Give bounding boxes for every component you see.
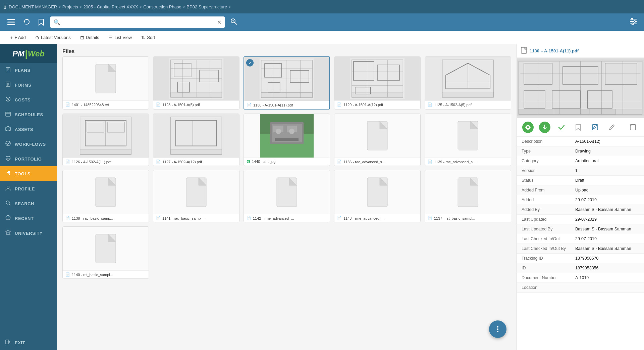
breadcrumb-projects[interactable]: Projects — [62, 4, 78, 9]
file-card[interactable]: 📄 1143 - rme_advanced_... — [334, 170, 421, 222]
svg-point-13 — [632, 23, 634, 25]
file-type-icon: 📄 — [65, 160, 70, 164]
expand-action-icon[interactable] — [627, 122, 639, 133]
file-card[interactable]: 📄 1129 - A-1501-A(12).pdf — [334, 56, 421, 110]
list-view-button[interactable]: ☰ List View — [104, 31, 137, 44]
breadcrumb: DOCUMENT MANAGER > Projects > 2005 - Cap… — [9, 4, 231, 9]
toolbar: 🔍 ✕ — [0, 13, 644, 31]
plus-icon: + — [10, 35, 13, 40]
top-bar: ℹ DOCUMENT MANAGER > Projects > 2005 - C… — [0, 0, 644, 13]
add-button[interactable]: + + Add — [5, 31, 31, 44]
svg-rect-155 — [630, 125, 636, 130]
search-input[interactable] — [62, 19, 217, 25]
file-thumbnail — [63, 57, 149, 100]
properties-table: Description A-1501-A(12) Type Drawing Ca… — [517, 137, 644, 350]
svg-rect-149 — [554, 109, 589, 115]
file-card-selected[interactable]: ✓ — [244, 56, 330, 110]
sidebar-item-workflows[interactable]: WORKFLOWS — [0, 137, 57, 151]
breadcrumb-bp[interactable]: BP02 Superstructure — [186, 4, 227, 9]
file-card[interactable]: 📄 1137 - rst_basic_sampl... — [425, 170, 511, 222]
svg-rect-89 — [442, 92, 494, 97]
breadcrumb-phase[interactable]: Construction Phase — [143, 4, 181, 9]
file-footer: 📄 1401 - 1485220348.rvt — [63, 100, 149, 108]
prop-type: Type Drawing — [517, 146, 644, 156]
file-footer: 📄 1139 - rac_advanced_s... — [425, 158, 511, 166]
svg-rect-114 — [458, 121, 478, 150]
file-type-icon: 📄 — [337, 102, 342, 107]
file-footer: 📄 1143 - rme_advanced_... — [334, 214, 420, 222]
sidebar-item-university[interactable]: UNIVERSITY — [0, 226, 57, 240]
breadcrumb-project-name[interactable]: 2005 - Capital Project XXXX — [83, 4, 138, 9]
prop-description: Description A-1501-A(12) — [517, 137, 644, 146]
sidebar-item-exit[interactable]: EXIT — [0, 335, 57, 350]
pencil-action-icon[interactable] — [606, 122, 618, 133]
file-card[interactable]: 📄 1142 - rme_advanced_... — [244, 170, 330, 222]
file-card[interactable]: 📄 1401 - 1485220348.rvt — [62, 56, 149, 110]
prop-last-updated-by: Last Updated By Bassam.S - Bassam Samman — [517, 224, 644, 234]
svg-line-5 — [235, 22, 237, 25]
undo-icon[interactable] — [21, 17, 32, 27]
file-footer: 📄 1140 - rst_basic_sampl... — [63, 270, 149, 278]
svg-rect-116 — [96, 178, 116, 207]
view-action-icon[interactable] — [522, 122, 534, 133]
file-card[interactable]: 📄 1128 - A-1501-A(5).pdf — [153, 56, 239, 110]
prop-category: Category Architectural — [517, 156, 644, 166]
zoom-icon[interactable] — [229, 16, 239, 28]
file-footer: 📄 1141 - rac_basic_sampl... — [153, 214, 239, 222]
file-card[interactable]: 📄 1139 - rac_advanced_s... — [425, 114, 511, 166]
search-nav-icon — [5, 200, 11, 207]
breadcrumb-doc-manager[interactable]: DOCUMENT MANAGER — [9, 4, 57, 9]
file-card[interactable]: 📄 1141 - rac_basic_sampl... — [153, 170, 239, 222]
approve-action-icon[interactable] — [556, 122, 567, 133]
file-thumbnail — [153, 170, 239, 214]
file-name: 1128 - A-1501-A(5).pdf — [162, 103, 200, 107]
sidebar-item-search[interactable]: SEARCH — [0, 196, 57, 211]
edit-action-icon[interactable] — [589, 122, 601, 133]
sidebar-item-tools[interactable]: TOOLS — [0, 166, 57, 181]
file-card[interactable]: 📄 1136 - rac_advanced_s... — [334, 114, 421, 166]
sidebar-item-plans[interactable]: PLANS — [0, 63, 57, 78]
info-icon[interactable]: ℹ — [4, 4, 6, 10]
file-card[interactable]: 🖼 1440 - ahu.jpg — [244, 114, 330, 166]
file-card[interactable]: 📄 1126 - A-1502-A(11).pdf — [62, 114, 149, 166]
menu-icon[interactable] — [5, 18, 17, 27]
file-card[interactable]: 📄 1125 - A-1502-A(5).pdf — [425, 56, 511, 110]
sidebar-item-recent[interactable]: RECENT — [0, 211, 57, 226]
file-name: 1125 - A-1502-A(5).pdf — [434, 103, 472, 107]
preview-file-icon — [521, 47, 527, 55]
sidebar-item-forms[interactable]: FORMS — [0, 78, 57, 92]
latest-versions-button[interactable]: ⊙ Latest Versions — [31, 31, 75, 44]
file-type-icon: 📄 — [428, 216, 432, 220]
prop-tracking-id: Tracking ID 1879050670 — [517, 254, 644, 263]
sort-button[interactable]: ⇅ Sort — [137, 31, 160, 44]
sidebar-item-costs[interactable]: $ COSTS — [0, 92, 57, 107]
sidebar-item-assets[interactable]: ASSETS — [0, 122, 57, 137]
bookmark-action-icon[interactable] — [573, 122, 584, 133]
sidebar-item-portfolio[interactable]: PORTFOLIO — [0, 151, 57, 166]
fab-button[interactable] — [489, 320, 506, 338]
svg-rect-24 — [6, 112, 10, 116]
prop-last-checked-inout-by: Last Checked In/Out By Bassam.S - Bassam… — [517, 244, 644, 254]
filter-sliders-icon[interactable] — [628, 16, 639, 28]
details-button[interactable]: ⊡ Details — [75, 31, 104, 44]
file-card[interactable]: 📄 1140 - rst_basic_sampl... — [62, 226, 149, 279]
university-icon — [5, 230, 11, 236]
file-footer: 📄 1128 - A-1501-A(5).pdf — [153, 100, 239, 108]
svg-rect-0 — [7, 19, 15, 20]
file-card[interactable]: 📄 1138 - rac_basic_samp... — [62, 170, 149, 222]
tools-icon — [5, 170, 11, 177]
file-name: 1142 - rme_advanced_... — [253, 216, 294, 220]
download-action-icon[interactable] — [539, 122, 550, 133]
panel-actions — [517, 118, 644, 137]
files-grid: 📄 1401 - 1485220348.rvt — [57, 56, 517, 350]
sidebar-item-schedules[interactable]: SCHEDULES — [0, 107, 57, 122]
preview-area: 1130 – A-1501-A(11).pdf — [517, 44, 644, 118]
file-card[interactable]: 📄 1127 - A-1502-A(12).pdf — [153, 114, 239, 166]
file-name: 1127 - A-1502-A(12).pdf — [162, 160, 202, 164]
bookmark-icon[interactable] — [36, 17, 46, 27]
file-name: 1136 - rac_advanced_s... — [343, 160, 385, 164]
profile-icon — [5, 185, 11, 192]
file-name: 1130 - A-1501-A(11).pdf — [253, 103, 293, 107]
clear-search-icon[interactable]: ✕ — [217, 19, 221, 26]
sidebar-item-profile[interactable]: PROFILE — [0, 181, 57, 196]
